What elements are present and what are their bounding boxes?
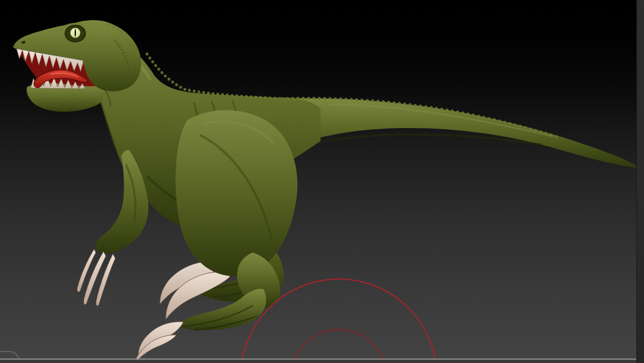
sculpt-app-window: [0, 0, 644, 363]
right-tray-edge[interactable]: [636, 0, 644, 363]
brush-cursor-outer-ring: [241, 279, 437, 363]
sculpt-viewport-canvas[interactable]: [0, 0, 637, 363]
bottom-tray-strip[interactable]: [0, 360, 637, 363]
viewport-overlay-layer: [0, 0, 637, 363]
tray-corner-tab[interactable]: [0, 352, 19, 359]
brush-cursor: [241, 279, 437, 363]
brush-cursor-inner-ring: [291, 330, 386, 363]
